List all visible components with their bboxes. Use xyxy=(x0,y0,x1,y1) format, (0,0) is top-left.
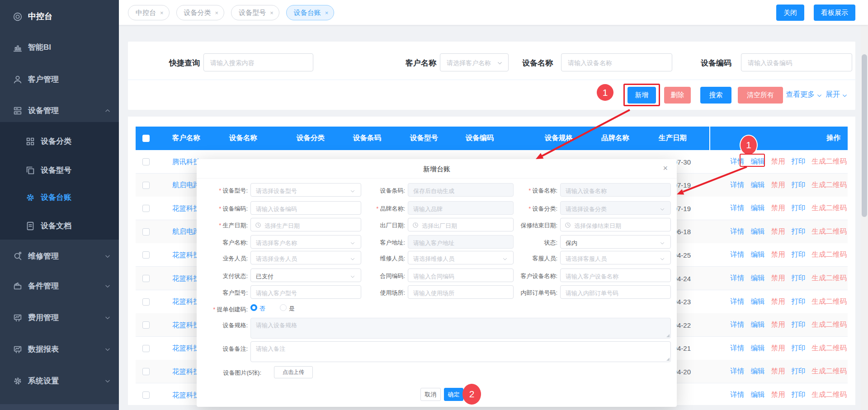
detail-link[interactable]: 详情 xyxy=(731,203,745,213)
sidebar-item-device-ledger[interactable]: 设备台账 xyxy=(0,189,119,207)
device-name-input[interactable]: 请输入设备名称 xyxy=(561,53,672,71)
customer-link[interactable]: 花篮科技 xyxy=(172,297,200,306)
row-checkbox[interactable] xyxy=(142,275,150,282)
service-person-select[interactable]: 请选择客服人员 xyxy=(560,251,671,264)
expand-link[interactable]: 展开 xyxy=(826,90,848,99)
edit-link[interactable]: 编辑 xyxy=(751,227,765,236)
edit-link[interactable]: 编辑 xyxy=(751,320,765,330)
row-checkbox[interactable] xyxy=(142,182,150,189)
row-checkbox[interactable] xyxy=(142,205,150,212)
upload-button[interactable]: 点击上传 xyxy=(274,366,313,378)
dashboard-display-button[interactable]: 看板展示 xyxy=(814,5,855,21)
edit-link[interactable]: 编辑 xyxy=(751,367,765,376)
cancel-button[interactable]: 取消 xyxy=(420,388,441,401)
qrcode-link[interactable]: 生成二维码 xyxy=(812,390,847,400)
print-link[interactable]: 打印 xyxy=(792,390,806,400)
radio-unchecked[interactable] xyxy=(280,304,287,311)
sidebar-item-device-model[interactable]: 设备型号 xyxy=(0,161,119,179)
qrcode-link[interactable]: 生成二维码 xyxy=(812,203,847,213)
tab-close-icon[interactable]: × xyxy=(215,9,219,16)
print-link[interactable]: 打印 xyxy=(792,250,806,259)
search-button[interactable]: 搜索 xyxy=(700,87,731,104)
sidebar-item-device-category[interactable]: 设备分类 xyxy=(0,132,119,151)
disable-link[interactable]: 禁用 xyxy=(771,390,785,400)
edit-link[interactable]: 编辑 xyxy=(751,297,765,306)
detail-link[interactable]: 详情 xyxy=(731,273,745,283)
print-link[interactable]: 打印 xyxy=(792,203,806,213)
clear-all-button[interactable]: 清空所有 xyxy=(738,87,783,104)
print-link[interactable]: 打印 xyxy=(792,157,806,166)
edit-link[interactable]: 编辑 xyxy=(751,344,765,353)
disable-link[interactable]: 禁用 xyxy=(771,203,785,213)
qrcode-link[interactable]: 生成二维码 xyxy=(812,297,847,306)
scrollbar[interactable] xyxy=(861,25,868,410)
edit-link[interactable]: 编辑 xyxy=(751,390,765,400)
disable-link[interactable]: 禁用 xyxy=(771,344,785,353)
print-link[interactable]: 打印 xyxy=(792,297,806,306)
disable-link[interactable]: 禁用 xyxy=(771,297,785,306)
row-checkbox[interactable] xyxy=(142,298,150,306)
detail-link[interactable]: 详情 xyxy=(731,180,745,190)
confirm-button[interactable]: 确定 xyxy=(444,388,463,401)
row-checkbox[interactable] xyxy=(142,345,150,352)
scrollbar-thumb[interactable] xyxy=(862,54,867,217)
sidebar-item-3[interactable]: 设备管理 xyxy=(0,102,119,120)
device-spec-textarea[interactable]: 请输入设备规格 xyxy=(250,318,671,339)
disable-link[interactable]: 禁用 xyxy=(771,367,785,376)
sidebar-item-2[interactable]: 客户管理 xyxy=(0,71,119,89)
status-select[interactable]: 保内 xyxy=(560,235,671,249)
tab-0[interactable]: 中控台× xyxy=(128,5,170,20)
row-checkbox[interactable] xyxy=(142,368,150,375)
sidebar-item-7[interactable]: 数据报表 xyxy=(0,340,119,358)
tab-3[interactable]: 设备台账× xyxy=(286,5,335,20)
row-checkbox[interactable] xyxy=(142,228,150,236)
sidebar-item-device-docs[interactable]: 设备文档 xyxy=(0,217,119,235)
disable-link[interactable]: 禁用 xyxy=(771,227,785,236)
disable-link[interactable]: 禁用 xyxy=(771,157,785,166)
qrcode-link[interactable]: 生成二维码 xyxy=(812,180,847,190)
device-category-select[interactable]: 请选择设备分类 xyxy=(560,201,671,215)
device-code-input[interactable]: 请输入设备编码 xyxy=(741,53,852,71)
detail-link[interactable]: 详情 xyxy=(731,390,745,400)
close-icon[interactable]: × xyxy=(663,164,668,173)
sidebar-item-1[interactable]: 智能BI xyxy=(0,38,119,57)
row-checkbox[interactable] xyxy=(142,251,150,259)
print-link[interactable]: 打印 xyxy=(792,367,806,376)
edit-link[interactable]: 编辑 xyxy=(751,180,765,190)
edit-link[interactable]: 编辑 xyxy=(751,250,765,259)
tab-close-icon[interactable]: × xyxy=(325,9,329,16)
sidebar-item-6[interactable]: 费用管理 xyxy=(0,309,119,327)
tab-close-icon[interactable]: × xyxy=(160,9,164,16)
customer-link[interactable]: 腾讯科技 xyxy=(172,157,200,166)
close-page-button[interactable]: 关闭 xyxy=(776,5,804,21)
tab-close-icon[interactable]: × xyxy=(270,9,274,16)
internal-order-no-field[interactable]: 请输入内部订单号码 xyxy=(560,285,671,299)
detail-link[interactable]: 详情 xyxy=(731,297,745,306)
device-name-field[interactable]: 请输入设备名称 xyxy=(560,183,671,197)
detail-link[interactable]: 详情 xyxy=(731,367,745,376)
select-all-checkbox[interactable] xyxy=(142,135,150,142)
qrcode-link[interactable]: 生成二维码 xyxy=(812,320,847,330)
sidebar-item-5[interactable]: 备件管理 xyxy=(0,277,119,295)
print-link[interactable]: 打印 xyxy=(792,273,806,283)
customer-link[interactable]: 花篮科技 xyxy=(172,390,200,400)
print-link[interactable]: 打印 xyxy=(792,320,806,330)
tab-1[interactable]: 设备分类× xyxy=(176,5,225,20)
device-remark-textarea[interactable]: 请输入备注 xyxy=(250,341,671,362)
detail-link[interactable]: 详情 xyxy=(731,227,745,236)
disable-link[interactable]: 禁用 xyxy=(771,180,785,190)
delete-button[interactable]: 删除 xyxy=(664,87,691,104)
detail-link[interactable]: 详情 xyxy=(731,344,745,353)
view-more-link[interactable]: 查看更多 xyxy=(786,90,822,99)
qrcode-link[interactable]: 生成二维码 xyxy=(812,157,847,166)
edit-link[interactable]: 编辑 xyxy=(751,273,765,283)
disable-link[interactable]: 禁用 xyxy=(771,273,785,283)
qrcode-link[interactable]: 生成二维码 xyxy=(812,250,847,259)
edit-link[interactable]: 编辑 xyxy=(751,203,765,213)
quick-search-input[interactable]: 请输入搜索内容 xyxy=(203,53,313,71)
qrcode-link[interactable]: 生成二维码 xyxy=(812,227,847,236)
qrcode-link[interactable]: 生成二维码 xyxy=(812,273,847,283)
row-checkbox[interactable] xyxy=(142,391,150,399)
disable-link[interactable]: 禁用 xyxy=(771,250,785,259)
detail-link[interactable]: 详情 xyxy=(731,250,745,259)
